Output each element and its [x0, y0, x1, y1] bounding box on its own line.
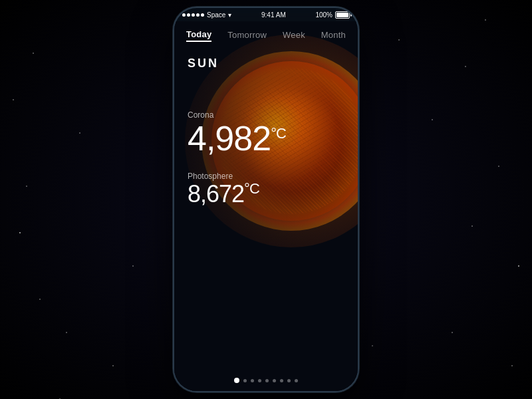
battery-percentage: 100% [315, 11, 332, 19]
photosphere-label: Photosphere [188, 172, 344, 181]
tab-tomorrow[interactable]: Tomorrow [227, 29, 267, 41]
page-dot-1[interactable] [243, 379, 247, 382]
phone-frame: Space ▾ 9:41 AM 100% Today Tomorrow We [173, 7, 359, 392]
signal-dot-2 [187, 13, 190, 17]
photosphere-section: Photosphere 8,672°C [188, 172, 344, 206]
wifi-icon: ▾ [228, 11, 231, 19]
tab-month[interactable]: Month [321, 29, 346, 41]
battery-icon [335, 11, 350, 19]
tab-today[interactable]: Today [186, 28, 211, 42]
status-time: 9:41 AM [261, 11, 286, 19]
main-content: SUN Corona 4,982°C Photosphere 8,672°C [174, 46, 358, 233]
page-dot-5[interactable] [273, 379, 276, 382]
corona-temp-unit: °C [271, 125, 286, 142]
status-right: 100% [315, 11, 350, 19]
page-dot-6[interactable] [280, 379, 283, 382]
signal-dot-5 [201, 13, 204, 17]
nav-tabs: Today Tomorrow Week Month [174, 21, 358, 46]
corona-temp-value: 4,982 [188, 119, 271, 158]
battery-fill [336, 13, 348, 17]
page-dots [174, 378, 358, 383]
signal-dot-3 [192, 13, 195, 17]
photosphere-temp-unit: °C [244, 180, 259, 197]
photosphere-temp-value: 8,672 [188, 180, 244, 207]
corona-label: Corona [188, 110, 344, 120]
page-dot-7[interactable] [287, 379, 291, 382]
carrier-label: Space [207, 11, 225, 19]
signal-dot-1 [182, 13, 186, 17]
signal-dots [182, 13, 204, 17]
corona-section: Corona 4,982°C [188, 110, 344, 156]
page-dot-4[interactable] [265, 379, 269, 382]
celestial-name: SUN [188, 57, 344, 70]
signal-dot-4 [196, 13, 200, 17]
page-dot-3[interactable] [258, 379, 261, 382]
corona-temperature: 4,982°C [188, 121, 344, 156]
status-left: Space ▾ [182, 11, 231, 19]
page-dot-0[interactable] [234, 378, 239, 383]
tab-week[interactable]: Week [283, 29, 305, 41]
status-bar: Space ▾ 9:41 AM 100% [174, 8, 358, 21]
photosphere-temperature: 8,672°C [188, 182, 344, 206]
page-dot-2[interactable] [251, 379, 254, 382]
page-dot-8[interactable] [295, 379, 298, 382]
phone-screen: Today Tomorrow Week Month SUN Corona 4,9… [174, 21, 358, 391]
